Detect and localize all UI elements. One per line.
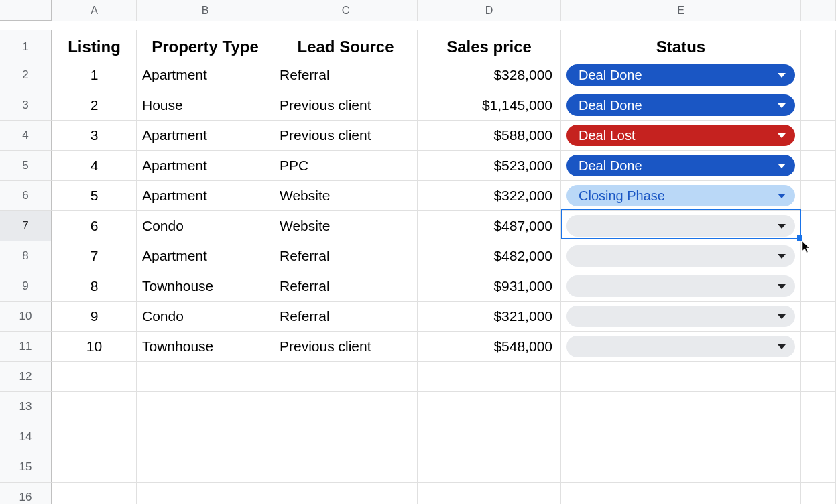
cell-empty-15-3[interactable] (418, 452, 561, 483)
cell-empty-14-1[interactable] (137, 422, 274, 452)
cell-status-4[interactable]: Deal Lost (561, 121, 801, 151)
cell-empty-15-1[interactable] (137, 452, 274, 483)
col-header-a[interactable]: A (52, 0, 137, 21)
cell-property-type-6[interactable]: Apartment (137, 181, 274, 211)
cell-sales-price-3[interactable]: $1,145,000 (418, 90, 561, 121)
status-dropdown-9[interactable] (566, 275, 795, 297)
cell-f-11[interactable] (801, 332, 836, 362)
cell-property-type-10[interactable]: Condo (137, 302, 274, 332)
cell-f-7[interactable] (801, 211, 836, 241)
row-header-4[interactable]: 4 (0, 121, 52, 151)
cell-sales-price-8[interactable]: $482,000 (418, 241, 561, 271)
cell-listing-3[interactable]: 2 (52, 90, 137, 121)
cell-listing-5[interactable]: 4 (52, 151, 137, 181)
cell-property-type-7[interactable]: Condo (137, 211, 274, 241)
cell-status-11[interactable] (561, 332, 801, 362)
cell-empty-15-0[interactable] (52, 452, 137, 483)
cell-lead-source-7[interactable]: Website (274, 211, 418, 241)
cell-property-type-8[interactable]: Apartment (137, 241, 274, 271)
cell-empty-13-1[interactable] (137, 392, 274, 422)
cell-empty-12-4[interactable] (561, 362, 801, 392)
status-dropdown-4[interactable]: Deal Lost (566, 125, 795, 146)
status-dropdown-2[interactable]: Deal Done (566, 64, 795, 86)
cell-empty-13-5[interactable] (801, 392, 836, 422)
status-dropdown-7[interactable] (566, 215, 795, 237)
status-dropdown-10[interactable] (566, 306, 795, 327)
cell-empty-16-5[interactable] (801, 483, 836, 504)
cell-property-type-5[interactable]: Apartment (137, 151, 274, 181)
cell-status-3[interactable]: Deal Done (561, 90, 801, 121)
row-header-13[interactable]: 13 (0, 392, 52, 422)
cell-empty-16-3[interactable] (418, 483, 561, 504)
cell-lead-source-3[interactable]: Previous client (274, 90, 418, 121)
row-header-3[interactable]: 3 (0, 90, 52, 121)
row-header-2[interactable]: 2 (0, 60, 52, 90)
cell-empty-12-0[interactable] (52, 362, 137, 392)
cell-sales-price-11[interactable]: $548,000 (418, 332, 561, 362)
cell-status-8[interactable] (561, 241, 801, 271)
cell-property-type-4[interactable]: Apartment (137, 121, 274, 151)
fill-handle[interactable] (797, 235, 802, 241)
row-header-5[interactable]: 5 (0, 151, 52, 181)
cell-sales-price-5[interactable]: $523,000 (418, 151, 561, 181)
cell-empty-14-3[interactable] (418, 422, 561, 452)
cell-status-5[interactable]: Deal Done (561, 151, 801, 181)
row-header-7[interactable]: 7 (0, 211, 52, 241)
cell-empty-15-2[interactable] (274, 452, 418, 483)
row-header-9[interactable]: 9 (0, 271, 52, 302)
status-dropdown-5[interactable]: Deal Done (566, 155, 795, 176)
row-header-15[interactable]: 15 (0, 452, 52, 483)
cell-empty-16-0[interactable] (52, 483, 137, 504)
cell-f-5[interactable] (801, 151, 836, 181)
cell-empty-14-5[interactable] (801, 422, 836, 452)
cell-f-8[interactable] (801, 241, 836, 271)
cell-lead-source-10[interactable]: Referral (274, 302, 418, 332)
cell-empty-14-2[interactable] (274, 422, 418, 452)
cell-sales-price-4[interactable]: $588,000 (418, 121, 561, 151)
cell-listing-6[interactable]: 5 (52, 181, 137, 211)
cell-listing-11[interactable]: 10 (52, 332, 137, 362)
col-header-f[interactable] (801, 0, 836, 21)
cell-empty-16-2[interactable] (274, 483, 418, 504)
col-header-e[interactable]: E (561, 0, 801, 21)
row-header-14[interactable]: 14 (0, 422, 52, 452)
cell-listing-8[interactable]: 7 (52, 241, 137, 271)
cell-empty-12-1[interactable] (137, 362, 274, 392)
cell-sales-price-9[interactable]: $931,000 (418, 271, 561, 302)
cell-empty-16-1[interactable] (137, 483, 274, 504)
cell-lead-source-5[interactable]: PPC (274, 151, 418, 181)
cell-f-3[interactable] (801, 90, 836, 121)
cell-listing-2[interactable]: 1 (52, 60, 137, 90)
cell-lead-source-2[interactable]: Referral (274, 60, 418, 90)
cell-status-9[interactable] (561, 271, 801, 302)
cell-property-type-2[interactable]: Apartment (137, 60, 274, 90)
cell-lead-source-9[interactable]: Referral (274, 271, 418, 302)
status-dropdown-11[interactable] (566, 336, 795, 357)
cell-status-10[interactable] (561, 302, 801, 332)
cell-lead-source-6[interactable]: Website (274, 181, 418, 211)
status-dropdown-3[interactable]: Deal Done (566, 94, 795, 116)
cell-empty-12-2[interactable] (274, 362, 418, 392)
row-header-8[interactable]: 8 (0, 241, 52, 271)
status-dropdown-6[interactable]: Closing Phase (566, 185, 795, 206)
cell-property-type-9[interactable]: Townhouse (137, 271, 274, 302)
cell-f-10[interactable] (801, 302, 836, 332)
cell-empty-12-5[interactable] (801, 362, 836, 392)
col-header-c[interactable]: C (274, 0, 418, 21)
cell-sales-price-2[interactable]: $328,000 (418, 60, 561, 90)
cell-empty-13-3[interactable] (418, 392, 561, 422)
cell-status-2[interactable]: Deal Done (561, 60, 801, 90)
row-header-11[interactable]: 11 (0, 332, 52, 362)
cell-listing-9[interactable]: 8 (52, 271, 137, 302)
cell-status-7[interactable] (561, 211, 801, 241)
select-all-corner[interactable] (0, 0, 52, 21)
cell-empty-14-4[interactable] (561, 422, 801, 452)
cell-listing-7[interactable]: 6 (52, 211, 137, 241)
col-header-b[interactable]: B (137, 0, 274, 21)
cell-listing-10[interactable]: 9 (52, 302, 137, 332)
cell-f-9[interactable] (801, 271, 836, 302)
cell-lead-source-8[interactable]: Referral (274, 241, 418, 271)
cell-empty-13-4[interactable] (561, 392, 801, 422)
cell-empty-13-2[interactable] (274, 392, 418, 422)
cell-empty-14-0[interactable] (52, 422, 137, 452)
